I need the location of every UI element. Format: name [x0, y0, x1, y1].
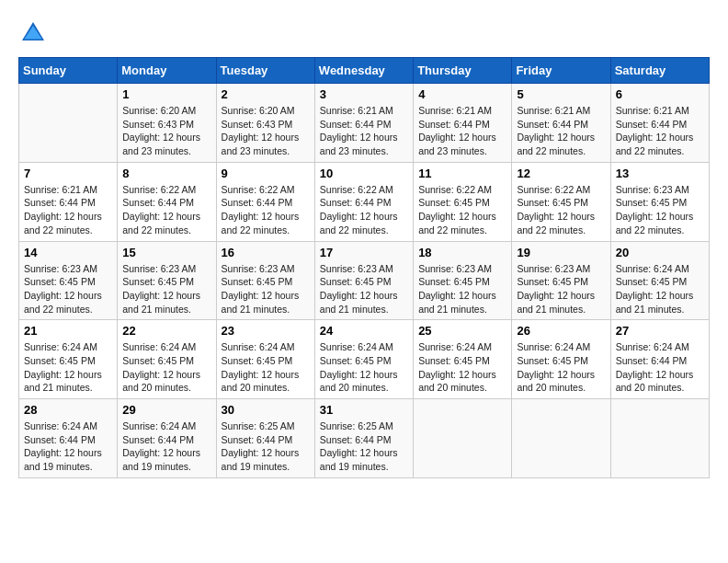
day-cell: 25Sunrise: 6:24 AM Sunset: 6:45 PM Dayli…	[414, 320, 512, 399]
day-number: 9	[222, 167, 310, 180]
day-cell: 3Sunrise: 6:21 AM Sunset: 6:44 PM Daylig…	[314, 84, 413, 163]
day-detail: Sunrise: 6:23 AM Sunset: 6:45 PM Dayligh…	[418, 262, 506, 316]
day-number: 30	[222, 403, 310, 417]
day-cell: 29Sunrise: 6:24 AM Sunset: 6:44 PM Dayli…	[118, 399, 216, 478]
week-row-3: 14Sunrise: 6:23 AM Sunset: 6:45 PM Dayli…	[19, 241, 710, 320]
day-detail: Sunrise: 6:21 AM Sunset: 6:44 PM Dayligh…	[616, 104, 704, 158]
day-cell: 7Sunrise: 6:21 AM Sunset: 6:44 PM Daylig…	[19, 162, 118, 241]
col-header-sunday: Sunday	[19, 58, 118, 84]
day-cell: 16Sunrise: 6:23 AM Sunset: 6:45 PM Dayli…	[216, 241, 314, 320]
day-cell: 12Sunrise: 6:22 AM Sunset: 6:45 PM Dayli…	[512, 162, 610, 241]
day-number: 23	[222, 324, 310, 338]
day-number: 25	[418, 324, 506, 338]
day-detail: Sunrise: 6:24 AM Sunset: 6:45 PM Dayligh…	[24, 340, 112, 395]
page-header	[18, 18, 710, 48]
day-number: 4	[418, 87, 506, 101]
day-number: 1	[122, 87, 210, 101]
day-detail: Sunrise: 6:24 AM Sunset: 6:44 PM Dayligh…	[24, 419, 112, 474]
day-detail: Sunrise: 6:24 AM Sunset: 6:45 PM Dayligh…	[122, 340, 210, 395]
day-number: 13	[616, 167, 704, 180]
day-number: 7	[24, 167, 112, 180]
day-cell	[19, 84, 118, 163]
day-number: 31	[320, 403, 408, 417]
day-detail: Sunrise: 6:22 AM Sunset: 6:45 PM Dayligh…	[418, 183, 506, 237]
day-number: 5	[517, 87, 605, 101]
day-detail: Sunrise: 6:24 AM Sunset: 6:44 PM Dayligh…	[122, 419, 210, 474]
day-cell: 28Sunrise: 6:24 AM Sunset: 6:44 PM Dayli…	[19, 399, 118, 478]
day-cell: 24Sunrise: 6:24 AM Sunset: 6:45 PM Dayli…	[314, 320, 413, 399]
day-number: 18	[418, 246, 506, 259]
day-detail: Sunrise: 6:24 AM Sunset: 6:45 PM Dayligh…	[517, 340, 605, 395]
day-cell: 10Sunrise: 6:22 AM Sunset: 6:44 PM Dayli…	[314, 162, 413, 241]
day-number: 3	[320, 87, 408, 101]
day-cell: 22Sunrise: 6:24 AM Sunset: 6:45 PM Dayli…	[118, 320, 216, 399]
day-cell: 21Sunrise: 6:24 AM Sunset: 6:45 PM Dayli…	[19, 320, 118, 399]
day-cell: 11Sunrise: 6:22 AM Sunset: 6:45 PM Dayli…	[414, 162, 512, 241]
day-detail: Sunrise: 6:22 AM Sunset: 6:44 PM Dayligh…	[222, 183, 310, 237]
day-cell: 5Sunrise: 6:21 AM Sunset: 6:44 PM Daylig…	[512, 84, 610, 163]
day-cell: 23Sunrise: 6:24 AM Sunset: 6:45 PM Dayli…	[216, 320, 314, 399]
day-number: 10	[320, 167, 408, 180]
day-detail: Sunrise: 6:21 AM Sunset: 6:44 PM Dayligh…	[24, 183, 112, 237]
week-row-2: 7Sunrise: 6:21 AM Sunset: 6:44 PM Daylig…	[19, 162, 710, 241]
day-detail: Sunrise: 6:24 AM Sunset: 6:45 PM Dayligh…	[320, 340, 408, 395]
day-detail: Sunrise: 6:21 AM Sunset: 6:44 PM Dayligh…	[320, 104, 408, 158]
day-cell: 14Sunrise: 6:23 AM Sunset: 6:45 PM Dayli…	[19, 241, 118, 320]
day-detail: Sunrise: 6:24 AM Sunset: 6:45 PM Dayligh…	[616, 262, 704, 316]
day-detail: Sunrise: 6:23 AM Sunset: 6:45 PM Dayligh…	[122, 262, 210, 316]
week-row-5: 28Sunrise: 6:24 AM Sunset: 6:44 PM Dayli…	[19, 399, 710, 478]
day-detail: Sunrise: 6:23 AM Sunset: 6:45 PM Dayligh…	[320, 262, 408, 316]
day-cell: 15Sunrise: 6:23 AM Sunset: 6:45 PM Dayli…	[118, 241, 216, 320]
day-number: 14	[24, 246, 112, 259]
day-cell: 20Sunrise: 6:24 AM Sunset: 6:45 PM Dayli…	[610, 241, 709, 320]
day-number: 12	[517, 167, 605, 180]
header-row: SundayMondayTuesdayWednesdayThursdayFrid…	[19, 58, 710, 84]
day-detail: Sunrise: 6:22 AM Sunset: 6:45 PM Dayligh…	[517, 183, 605, 237]
day-detail: Sunrise: 6:23 AM Sunset: 6:45 PM Dayligh…	[517, 262, 605, 316]
day-cell: 26Sunrise: 6:24 AM Sunset: 6:45 PM Dayli…	[512, 320, 610, 399]
col-header-friday: Friday	[512, 58, 610, 84]
col-header-tuesday: Tuesday	[216, 58, 314, 84]
day-detail: Sunrise: 6:25 AM Sunset: 6:44 PM Dayligh…	[222, 419, 310, 474]
day-cell: 31Sunrise: 6:25 AM Sunset: 6:44 PM Dayli…	[314, 399, 413, 478]
day-number: 26	[517, 324, 605, 338]
day-detail: Sunrise: 6:25 AM Sunset: 6:44 PM Dayligh…	[320, 419, 408, 474]
day-number: 17	[320, 246, 408, 259]
day-number: 11	[418, 167, 506, 180]
day-detail: Sunrise: 6:22 AM Sunset: 6:44 PM Dayligh…	[320, 183, 408, 237]
day-detail: Sunrise: 6:23 AM Sunset: 6:45 PM Dayligh…	[222, 262, 310, 316]
day-number: 2	[222, 87, 310, 101]
day-detail: Sunrise: 6:23 AM Sunset: 6:45 PM Dayligh…	[24, 262, 112, 316]
day-cell: 4Sunrise: 6:21 AM Sunset: 6:44 PM Daylig…	[414, 84, 512, 163]
day-cell	[610, 399, 709, 478]
day-cell: 6Sunrise: 6:21 AM Sunset: 6:44 PM Daylig…	[610, 84, 709, 163]
day-detail: Sunrise: 6:20 AM Sunset: 6:43 PM Dayligh…	[122, 104, 210, 158]
day-cell: 27Sunrise: 6:24 AM Sunset: 6:44 PM Dayli…	[610, 320, 709, 399]
day-number: 29	[122, 403, 210, 417]
day-number: 15	[122, 246, 210, 259]
day-number: 20	[616, 246, 704, 259]
day-number: 27	[616, 324, 704, 338]
day-number: 21	[24, 324, 112, 338]
day-detail: Sunrise: 6:24 AM Sunset: 6:44 PM Dayligh…	[616, 340, 704, 395]
day-number: 16	[222, 246, 310, 259]
day-detail: Sunrise: 6:20 AM Sunset: 6:43 PM Dayligh…	[222, 104, 310, 158]
day-number: 19	[517, 246, 605, 259]
day-cell: 8Sunrise: 6:22 AM Sunset: 6:44 PM Daylig…	[118, 162, 216, 241]
day-cell: 17Sunrise: 6:23 AM Sunset: 6:45 PM Dayli…	[314, 241, 413, 320]
day-detail: Sunrise: 6:24 AM Sunset: 6:45 PM Dayligh…	[222, 340, 310, 395]
logo-icon	[18, 18, 48, 48]
day-cell: 2Sunrise: 6:20 AM Sunset: 6:43 PM Daylig…	[216, 84, 314, 163]
day-detail: Sunrise: 6:21 AM Sunset: 6:44 PM Dayligh…	[517, 104, 605, 158]
day-cell: 1Sunrise: 6:20 AM Sunset: 6:43 PM Daylig…	[118, 84, 216, 163]
day-cell: 30Sunrise: 6:25 AM Sunset: 6:44 PM Dayli…	[216, 399, 314, 478]
day-cell: 19Sunrise: 6:23 AM Sunset: 6:45 PM Dayli…	[512, 241, 610, 320]
day-number: 28	[24, 403, 112, 417]
col-header-thursday: Thursday	[414, 58, 512, 84]
day-number: 24	[320, 324, 408, 338]
day-cell: 9Sunrise: 6:22 AM Sunset: 6:44 PM Daylig…	[216, 162, 314, 241]
day-cell	[512, 399, 610, 478]
day-cell: 13Sunrise: 6:23 AM Sunset: 6:45 PM Dayli…	[610, 162, 709, 241]
day-detail: Sunrise: 6:24 AM Sunset: 6:45 PM Dayligh…	[418, 340, 506, 395]
logo	[18, 18, 51, 48]
